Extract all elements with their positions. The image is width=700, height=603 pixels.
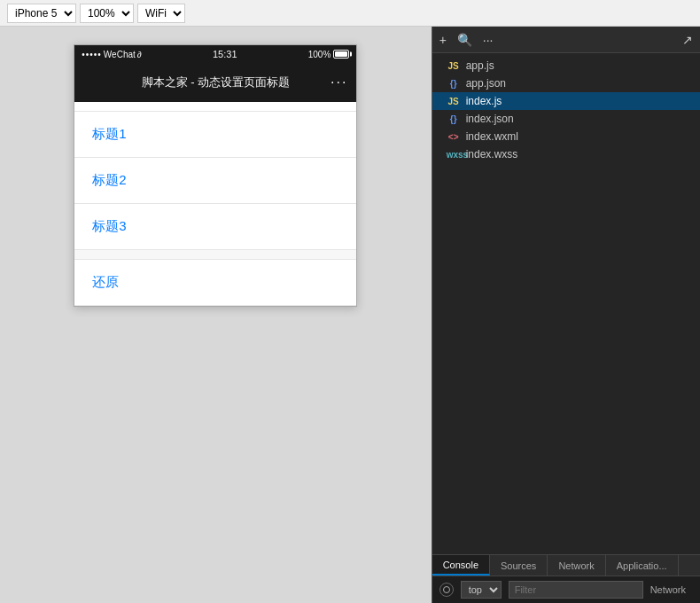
signal-dots: •••••: [82, 50, 102, 59]
navbar-title: 脚本之家 - 动态设置页面标题: [142, 74, 291, 90]
expand-icon[interactable]: ↗: [682, 33, 693, 47]
list-item-restore[interactable]: 还原: [74, 259, 356, 306]
right-toolbar-icons: + 🔍 ···: [439, 33, 494, 47]
right-toolbar: + 🔍 ··· ↗: [432, 27, 700, 53]
file-name-index-js: index.js: [466, 95, 502, 107]
search-icon[interactable]: 🔍: [457, 33, 472, 47]
add-icon[interactable]: +: [439, 33, 447, 47]
file-name-index-json: index.json: [466, 113, 514, 125]
battery-icon: [333, 50, 349, 59]
battery-fill: [335, 51, 347, 57]
list-item-title3[interactable]: 标题3: [74, 204, 356, 250]
json-icon: {}: [447, 79, 461, 89]
file-item-app-js[interactable]: JS app.js: [432, 57, 700, 74]
carrier-label: WeChat: [104, 50, 136, 59]
file-item-index-js[interactable]: JS index.js: [432, 92, 700, 110]
file-tree: JS app.js {} app.json JS index.js {} ind…: [432, 53, 700, 554]
file-name-app-json: app.json: [466, 77, 506, 90]
network-status-label: Network: [650, 584, 686, 595]
status-time: 15:31: [213, 49, 237, 59]
more-icon[interactable]: ···: [483, 33, 494, 47]
js-icon-2: JS: [447, 97, 461, 106]
tab-application[interactable]: Applicatio...: [606, 555, 679, 576]
devtools-tabs: Console Sources Network Applicatio...: [432, 555, 700, 576]
status-right: 100%: [308, 50, 350, 59]
file-name-index-wxml: index.wxml: [466, 130, 518, 143]
zoom-selector[interactable]: 100%: [80, 4, 134, 23]
json-icon-2: {}: [447, 114, 461, 124]
file-name-app-js: app.js: [466, 59, 494, 72]
wifi-icon: ∂: [137, 50, 142, 59]
devtools-panel: Console Sources Network Applicatio... to…: [432, 554, 700, 603]
phone-content: 标题1 标题2 标题3 还原: [74, 111, 356, 306]
right-panel: + 🔍 ··· ↗ JS app.js {} app.json JS index…: [432, 27, 700, 603]
network-selector[interactable]: WiFi: [137, 4, 185, 23]
file-name-index-wxss: index.wxss: [466, 148, 518, 161]
file-item-index-json[interactable]: {} index.json: [432, 110, 700, 128]
tab-network[interactable]: Network: [548, 555, 605, 576]
top-select-wrapper: top: [461, 581, 502, 599]
file-item-index-wxml[interactable]: <> index.wxml: [432, 128, 700, 145]
file-item-app-json[interactable]: {} app.json: [432, 74, 700, 92]
devtools-bottom-bar: top Network: [432, 576, 700, 603]
navbar-more-button[interactable]: ···: [331, 74, 347, 90]
list-item-title1[interactable]: 标题1: [74, 111, 356, 158]
battery-pct: 100%: [308, 50, 331, 59]
stop-button[interactable]: [439, 583, 454, 597]
device-selector[interactable]: iPhone 5: [7, 4, 76, 23]
tab-sources[interactable]: Sources: [490, 555, 548, 576]
list-item-title2[interactable]: 标题2: [74, 158, 356, 204]
status-left: ••••• WeChat ∂: [82, 50, 141, 59]
phone-frame: ••••• WeChat ∂ 15:31 100% 脚本之家 - 动态设置页面标…: [74, 44, 357, 307]
tab-console[interactable]: Console: [432, 555, 490, 576]
wxml-icon: <>: [447, 132, 461, 142]
stop-icon: [443, 586, 450, 593]
js-icon: JS: [447, 61, 461, 71]
phone-status-bar: ••••• WeChat ∂ 15:31 100%: [74, 45, 356, 63]
context-selector[interactable]: top: [461, 581, 502, 599]
top-toolbar: iPhone 5 100% WiFi: [0, 0, 700, 27]
wxss-icon: wxss: [447, 150, 461, 160]
filter-input[interactable]: [509, 581, 643, 599]
main-area: ••••• WeChat ∂ 15:31 100% 脚本之家 - 动态设置页面标…: [0, 27, 700, 603]
simulator-panel: ••••• WeChat ∂ 15:31 100% 脚本之家 - 动态设置页面标…: [0, 27, 432, 603]
wechat-navbar: 脚本之家 - 动态设置页面标题 ···: [74, 63, 356, 102]
file-item-index-wxss[interactable]: wxss index.wxss: [432, 145, 700, 163]
